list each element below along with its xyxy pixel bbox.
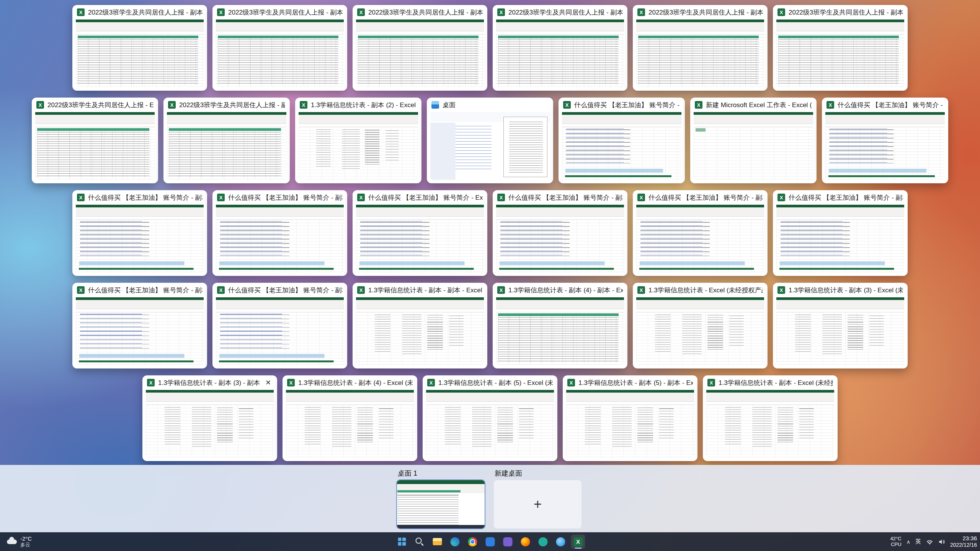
window-tile[interactable]: 2022级3班学生及共同居住人上报 - 副本 (6) - Excel... bbox=[773, 5, 908, 91]
search-icon[interactable] bbox=[413, 535, 427, 549]
window-grid: 2022级3班学生及共同居住人上报 - 副本 (4) - Excel...202… bbox=[0, 5, 980, 461]
explorer-icon bbox=[431, 101, 439, 109]
close-icon[interactable]: ✕ bbox=[264, 378, 273, 387]
window-thumbnail[interactable] bbox=[426, 390, 554, 458]
window-thumbnail[interactable] bbox=[825, 112, 945, 180]
window-titlebar: 2022级3班学生及共同居住人上报 - 副本 (5) - 副本... bbox=[212, 5, 347, 20]
window-tile[interactable]: 1.3学籍信息统计表 - 副本 - 副本 - Excel (未经授权... bbox=[353, 283, 487, 368]
window-tile[interactable]: 什么值得买 【老王加油】 账号简介 - 副本 (4) - Exce... bbox=[773, 190, 908, 276]
window-tile[interactable]: 2022级3班学生及共同居住人上报 - 副本 (4) - Excel... bbox=[72, 5, 207, 91]
chevron-up-icon[interactable]: ∧ bbox=[906, 539, 910, 545]
teal-app-icon[interactable] bbox=[536, 535, 550, 549]
excel-icon bbox=[497, 194, 505, 201]
window-titlebar: 1.3学籍信息统计表 - 副本 (2) - Excel (未经授权产品) bbox=[295, 98, 421, 112]
window-thumbnail[interactable] bbox=[496, 20, 624, 87]
window-row: 2022级3班学生及共同居住人上报 - 副本 (4) - Excel...202… bbox=[72, 5, 908, 91]
window-tile[interactable]: 桌面 bbox=[427, 98, 553, 183]
window-tile[interactable]: 1.3学籍信息统计表 - 副本 - Excel (未经授权产品) bbox=[703, 375, 838, 461]
window-title: 2022级3班学生及共同居住人上报 - 副本 (5) - 副本... bbox=[228, 8, 343, 17]
input-language-indicator[interactable]: 英 bbox=[915, 538, 921, 545]
window-titlebar: 1.3学籍信息统计表 - 副本 - Excel (未经授权产品) bbox=[703, 375, 838, 390]
window-thumbnail[interactable] bbox=[356, 20, 484, 87]
window-thumbnail[interactable] bbox=[167, 112, 286, 180]
firefox-icon[interactable] bbox=[518, 535, 532, 549]
window-tile[interactable]: 2022级3班学生及共同居住人上报 - 副本 (4) - 副本... bbox=[353, 5, 487, 91]
window-tile[interactable]: 1.3学籍信息统计表 - 副本 (5) - Excel (未经授权产品) bbox=[423, 375, 557, 461]
window-title: 什么值得买 【老王加油】 账号简介 - 副本 - Excel (... bbox=[228, 193, 343, 202]
window-tile[interactable]: 1.3学籍信息统计表 - 副本 (4) - 副本 - Excel (未经授... bbox=[493, 283, 627, 368]
excel-icon bbox=[147, 379, 155, 386]
window-tile[interactable]: 2022级3班学生及共同居住人上报 - 副本 - Excel (... bbox=[633, 5, 768, 91]
window-title: 1.3学籍信息统计表 - 副本 (2) - Excel (未经授权产品) bbox=[311, 101, 417, 109]
window-thumbnail[interactable] bbox=[636, 20, 764, 87]
window-thumbnail[interactable] bbox=[496, 297, 624, 365]
edge-icon[interactable] bbox=[448, 535, 462, 549]
window-thumbnail[interactable] bbox=[216, 297, 344, 365]
window-thumbnail[interactable] bbox=[636, 297, 764, 365]
start-icon[interactable] bbox=[395, 535, 409, 549]
window-thumbnail[interactable] bbox=[694, 112, 813, 180]
window-tile[interactable]: 什么值得买 【老王加油】 账号简介 - 副本 (6) - Exce... bbox=[72, 190, 207, 276]
window-title: 1.3学籍信息统计表 - Excel (未经授权产品) bbox=[648, 286, 763, 295]
window-tile[interactable]: 2022级3班学生及共同居住人上报 - 副本 (5) - 副本... bbox=[212, 5, 347, 91]
window-thumbnail[interactable] bbox=[76, 205, 204, 272]
cpu-label: CPU bbox=[891, 542, 901, 547]
window-tile[interactable]: 1.3学籍信息统计表 - 副本 (3) - 副本 - Excel (未经授...… bbox=[142, 375, 277, 461]
window-row: 2022级3班学生及共同居住人上报 - Excel (未经授...2022级3班… bbox=[32, 98, 948, 183]
window-tile[interactable]: 1.3学籍信息统计表 - 副本 (2) - Excel (未经授权产品) bbox=[295, 98, 421, 183]
window-tile[interactable]: 什么值得买 【老王加油】 账号简介 - Excel (未经授... bbox=[353, 190, 487, 276]
file-explorer-icon[interactable] bbox=[430, 535, 444, 549]
window-tile[interactable]: 新建 Microsoft Excel 工作表 - Excel (未经授权产品) bbox=[690, 98, 817, 183]
cpu-monitor[interactable]: 42°C CPU bbox=[890, 536, 902, 547]
volume-icon[interactable] bbox=[938, 539, 945, 545]
window-tile[interactable]: 1.3学籍信息统计表 - 副本 (4) - Excel (未经授权产品) bbox=[283, 375, 417, 461]
window-tile[interactable]: 什么值得买 【老王加油】 账号简介 - 副本 (4) - 副本... bbox=[633, 190, 768, 276]
window-titlebar: 1.3学籍信息统计表 - 副本 (4) - 副本 - Excel (未经授... bbox=[493, 283, 627, 297]
window-thumbnail[interactable] bbox=[299, 112, 418, 180]
blue-app-icon[interactable] bbox=[483, 535, 497, 549]
window-tile[interactable]: 2022级3班学生及共同居住人上报 - Excel (未经授... bbox=[32, 98, 158, 183]
window-tile[interactable]: 2022级3班学生及共同居住人上报 - 副本 (5) - Excel... bbox=[163, 98, 290, 183]
window-thumbnail[interactable] bbox=[146, 390, 274, 458]
window-thumbnail[interactable] bbox=[496, 205, 624, 272]
window-thumbnail[interactable] bbox=[776, 205, 904, 272]
window-thumbnail[interactable] bbox=[35, 112, 155, 180]
window-tile[interactable]: 什么值得买 【老王加油】 账号简介 - 副本 (3) - Exce... bbox=[72, 283, 207, 368]
window-tile[interactable]: 1.3学籍信息统计表 - 副本 (3) - Excel (未经授权产品) bbox=[773, 283, 908, 368]
network-icon[interactable] bbox=[926, 539, 933, 545]
new-desktop-button[interactable]: + bbox=[494, 480, 581, 528]
window-tile[interactable]: 什么值得买 【老王加油】 账号简介 - 副本 (5) - Exce... bbox=[822, 98, 948, 183]
window-tile[interactable]: 1.3学籍信息统计表 - Excel (未经授权产品) bbox=[633, 283, 768, 368]
window-thumbnail[interactable] bbox=[216, 205, 344, 272]
window-thumbnail[interactable] bbox=[76, 297, 204, 365]
window-thumbnail[interactable] bbox=[216, 20, 344, 87]
window-title: 什么值得买 【老王加油】 账号简介 - 副本 (4) - 副本... bbox=[648, 193, 763, 202]
window-tile[interactable]: 什么值得买 【老王加油】 账号简介 - 副本 - Excel (... bbox=[212, 190, 347, 276]
system-tray: 42°C CPU ∧ 英 23:36 2022/12/16 bbox=[890, 532, 977, 551]
window-thumbnail[interactable] bbox=[636, 205, 764, 272]
window-thumbnail[interactable] bbox=[706, 390, 834, 458]
desktop-1-thumbnail[interactable] bbox=[397, 480, 485, 528]
chrome-icon[interactable] bbox=[466, 535, 480, 549]
window-tile[interactable]: 什么值得买 【老王加油】 账号简介 - 副本 (5) - 副本... bbox=[493, 190, 627, 276]
window-title: 2022级3班学生及共同居住人上报 - 副本 - Excel (... bbox=[648, 8, 763, 17]
window-thumbnail[interactable] bbox=[356, 205, 484, 272]
window-thumbnail[interactable] bbox=[566, 390, 694, 458]
taskbar-clock[interactable]: 23:36 2022/12/16 bbox=[950, 535, 977, 548]
excel-icon bbox=[563, 101, 571, 109]
messaging-app-icon[interactable] bbox=[554, 535, 568, 549]
window-thumbnail[interactable] bbox=[356, 297, 484, 365]
window-tile[interactable]: 什么值得买 【老王加油】 账号简介 - 副本 (2) - Exce... bbox=[559, 98, 685, 183]
window-tile[interactable]: 1.3学籍信息统计表 - 副本 (5) - 副本 - Excel (未经授... bbox=[563, 375, 697, 461]
window-thumbnail[interactable] bbox=[776, 20, 904, 87]
excel-icon[interactable] bbox=[571, 535, 585, 549]
window-tile[interactable]: 2022级3班学生及共同居住人上报 - 副本 (3) - Excel... bbox=[493, 5, 627, 91]
window-thumbnail[interactable] bbox=[562, 112, 681, 180]
widgets-weather-button[interactable]: -2°C 多云 bbox=[4, 532, 35, 551]
window-thumbnail[interactable] bbox=[430, 112, 550, 180]
window-tile[interactable]: 什么值得买 【老王加油】 账号简介 - 副本 (3) - 副本... bbox=[212, 283, 347, 368]
window-thumbnail[interactable] bbox=[776, 297, 904, 365]
window-thumbnail[interactable] bbox=[76, 20, 204, 87]
window-thumbnail[interactable] bbox=[286, 390, 414, 458]
meeting-app-icon[interactable] bbox=[501, 535, 515, 549]
